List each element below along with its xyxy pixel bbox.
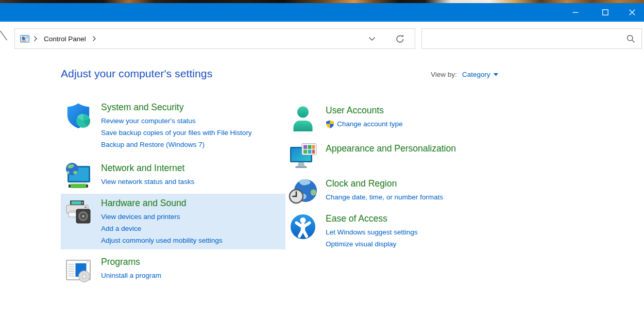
chevron-right-icon [92, 36, 96, 42]
hardware-sound-icon[interactable] [64, 197, 93, 226]
category-item-hardware-and-sound[interactable]: Hardware and Sound View devices and prin… [61, 194, 285, 249]
category-title-user-accounts[interactable]: User Accounts [326, 105, 403, 116]
appearance-personalization-icon[interactable] [289, 142, 317, 171]
control-panel-window: Control Panel Adjust your computer's set… [0, 0, 644, 320]
category-title-ease-of-access[interactable]: Ease of Access [326, 213, 418, 224]
view-by-dropdown[interactable]: Category [462, 71, 498, 78]
category-title-network-and-internet[interactable]: Network and Internet [101, 163, 194, 174]
address-dropdown-button[interactable] [364, 31, 380, 46]
task-link-change-account-type[interactable]: Change account type [326, 118, 403, 130]
task-link-label: Change date, time, or number formats [326, 191, 443, 203]
refresh-icon [395, 34, 405, 44]
task-link-label: View network status and tasks [101, 176, 194, 188]
maximize-button[interactable] [590, 3, 620, 22]
task-link-view-devices-and-printers[interactable]: View devices and printers [101, 211, 223, 223]
dropdown-triangle-icon [494, 73, 498, 76]
clock-region-icon[interactable] [289, 177, 317, 206]
task-link-label: Adjust commonly used mobility settings [101, 234, 223, 246]
task-link-label: Save backup copies of your files with Fi… [101, 127, 252, 139]
task-link-optimize-visual-display[interactable]: Optimize visual display [326, 238, 418, 250]
task-link-label: Add a device [101, 223, 141, 234]
category-item-network-and-internet[interactable]: Network and Internet View network status… [61, 159, 285, 194]
network-internet-icon[interactable] [64, 162, 93, 191]
category-title-appearance-and-personalization[interactable]: Appearance and Personalization [326, 143, 456, 154]
search-box[interactable] [421, 28, 642, 49]
control-panel-icon [20, 35, 29, 43]
category-title-hardware-and-sound[interactable]: Hardware and Sound [101, 198, 223, 209]
task-link-adjust-commonly-used-mobility-settings[interactable]: Adjust commonly used mobility settings [101, 234, 223, 246]
task-link-review-your-computer-s-status[interactable]: Review your computer's status [101, 115, 252, 127]
category-item-user-accounts[interactable]: User Accounts Change account type [285, 101, 533, 136]
minimize-button[interactable] [561, 3, 590, 22]
system-security-icon[interactable] [64, 101, 93, 130]
task-link-label: Backup and Restore (Windows 7) [101, 139, 205, 150]
back-arrow-fragment [0, 30, 8, 42]
task-link-label: Let Windows suggest settings [326, 226, 418, 238]
task-link-uninstall-a-program[interactable]: Uninstall a program [101, 270, 161, 281]
address-bar[interactable]: Control Panel [14, 28, 415, 49]
category-item-system-and-security[interactable]: System and Security Review your computer… [61, 98, 285, 154]
close-icon [629, 9, 635, 15]
chevron-down-icon [368, 37, 376, 41]
minimize-icon [572, 9, 579, 15]
search-input[interactable] [428, 29, 626, 48]
category-item-ease-of-access[interactable]: Ease of Access Let Windows suggest setti… [285, 209, 533, 253]
window-controls [561, 3, 644, 22]
view-by-value: Category [462, 71, 490, 78]
task-link-add-a-device[interactable]: Add a device [101, 223, 223, 234]
search-icon [626, 35, 635, 43]
window-titlebar[interactable] [0, 3, 644, 22]
task-link-label: View devices and printers [101, 211, 180, 223]
page-title: Adjust your computer's settings [61, 68, 212, 80]
task-link-label: Uninstall a program [101, 270, 161, 281]
task-link-change-date-time-or-number-formats[interactable]: Change date, time, or number formats [326, 191, 443, 203]
task-link-let-windows-suggest-settings[interactable]: Let Windows suggest settings [326, 226, 418, 238]
task-link-backup-and-restore-windows-7[interactable]: Backup and Restore (Windows 7) [101, 139, 252, 150]
uac-shield-icon [326, 120, 334, 128]
user-accounts-icon[interactable] [289, 104, 317, 133]
chevron-right-icon [33, 36, 38, 42]
task-link-view-network-status-and-tasks[interactable]: View network status and tasks [101, 176, 194, 188]
refresh-button[interactable] [392, 31, 408, 46]
task-link-label: Review your computer's status [101, 115, 195, 127]
category-column-right: User Accounts Change account type Appear… [285, 101, 533, 253]
maximize-icon [602, 9, 608, 15]
task-link-label: Change account type [337, 118, 403, 130]
ease-of-access-icon[interactable] [289, 212, 317, 241]
breadcrumb-item-control-panel[interactable]: Control Panel [42, 35, 88, 43]
category-title-system-and-security[interactable]: System and Security [101, 102, 252, 113]
category-item-clock-and-region[interactable]: Clock and Region Change date, time, or n… [285, 174, 533, 209]
task-link-save-backup-copies-of-your-files-with-file-history[interactable]: Save backup copies of your files with Fi… [101, 127, 252, 139]
category-title-clock-and-region[interactable]: Clock and Region [326, 178, 443, 189]
category-item-programs[interactable]: Programs Uninstall a program [61, 252, 285, 288]
category-item-appearance-and-personalization[interactable]: Appearance and Personalization [285, 139, 533, 174]
category-title-programs[interactable]: Programs [101, 257, 161, 267]
view-by-label: View by: [431, 71, 457, 78]
close-button[interactable] [620, 3, 644, 22]
task-link-label: Optimize visual display [326, 238, 396, 250]
view-by-control: View by: Category [431, 71, 498, 78]
category-column-left: System and Security Review your computer… [61, 98, 285, 288]
programs-icon[interactable] [64, 256, 93, 284]
